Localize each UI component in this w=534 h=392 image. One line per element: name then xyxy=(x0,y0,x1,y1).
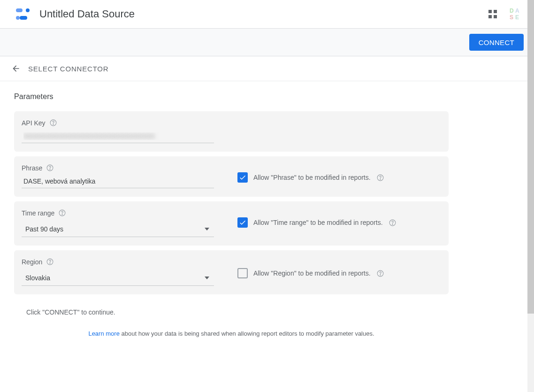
content-area: Parameters API Key Phrase xyxy=(0,81,460,356)
region-value: Slovakia xyxy=(25,274,50,282)
app-header: Untitled Data Source D A S E xyxy=(0,0,534,29)
help-icon[interactable] xyxy=(376,174,384,182)
svg-point-1 xyxy=(26,8,30,12)
api-key-label: API Key xyxy=(22,119,46,127)
chevron-down-icon xyxy=(205,277,209,279)
learn-more-row: Learn more about how your data is being … xyxy=(14,316,449,337)
param-time-range: Time range Past 90 days Allow "Time rang… xyxy=(14,201,449,246)
help-icon[interactable] xyxy=(49,119,57,127)
param-api-key: API Key xyxy=(14,111,449,152)
help-icon[interactable] xyxy=(376,269,384,277)
breadcrumb: SELECT CONNECTOR xyxy=(0,56,534,81)
svg-point-19 xyxy=(50,263,50,263)
breadcrumb-label: SELECT CONNECTOR xyxy=(28,65,108,73)
svg-point-17 xyxy=(392,223,392,224)
region-select[interactable]: Slovakia xyxy=(22,269,214,286)
scrollbar-thumb[interactable] xyxy=(527,0,534,314)
time-range-allow-label: Allow "Time range" to be modified in rep… xyxy=(253,219,383,226)
phrase-label: Phrase xyxy=(22,164,42,172)
chevron-down-icon xyxy=(205,228,209,231)
svg-point-21 xyxy=(380,274,380,275)
time-range-select[interactable]: Past 90 days xyxy=(22,221,214,237)
data-studio-logo-icon xyxy=(15,8,32,21)
help-icon[interactable] xyxy=(58,209,66,217)
region-allow-label: Allow "Region" to be modified in reports… xyxy=(253,269,371,277)
param-phrase: Phrase Allow "Phrase" to be modified in … xyxy=(14,156,449,197)
phrase-allow-checkbox[interactable] xyxy=(237,172,248,183)
connector-brand-icon: D A S E xyxy=(508,7,523,22)
region-label: Region xyxy=(22,258,42,266)
param-region: Region Slovakia Allow "Region" to be mod… xyxy=(14,250,449,294)
svg-point-11 xyxy=(50,169,50,169)
svg-text:A: A xyxy=(515,8,519,14)
svg-point-15 xyxy=(62,214,62,215)
time-range-label: Time range xyxy=(22,209,54,217)
svg-point-13 xyxy=(380,178,380,179)
scrollbar[interactable] xyxy=(527,0,534,356)
page-title[interactable]: Untitled Data Source xyxy=(39,8,481,20)
action-bar: CONNECT xyxy=(0,29,534,56)
learn-more-text: about how your data is being shared when… xyxy=(120,330,374,337)
connect-button[interactable]: CONNECT xyxy=(469,34,524,51)
svg-text:S: S xyxy=(510,14,513,21)
svg-point-3 xyxy=(16,16,20,20)
header-actions: D A S E xyxy=(488,7,523,22)
section-title: Parameters xyxy=(14,92,449,101)
time-range-value: Past 90 days xyxy=(25,225,63,233)
region-allow-checkbox[interactable] xyxy=(237,268,248,278)
apps-grid-icon[interactable] xyxy=(488,10,497,19)
svg-point-9 xyxy=(53,124,53,124)
back-arrow-icon[interactable] xyxy=(11,64,21,73)
time-range-allow-checkbox[interactable] xyxy=(237,217,248,228)
help-icon[interactable] xyxy=(46,164,54,172)
svg-rect-2 xyxy=(20,16,27,20)
api-key-input[interactable] xyxy=(22,129,214,143)
help-icon[interactable] xyxy=(389,219,397,227)
help-icon[interactable] xyxy=(46,258,54,266)
svg-text:E: E xyxy=(515,14,519,21)
learn-more-link[interactable]: Learn more xyxy=(88,330,119,337)
svg-rect-0 xyxy=(16,8,23,12)
svg-text:D: D xyxy=(510,8,514,14)
phrase-allow-label: Allow "Phrase" to be modified in reports… xyxy=(253,174,371,181)
phrase-input[interactable] xyxy=(22,174,214,188)
footer-hint: Click "CONNECT" to continue. xyxy=(14,299,449,316)
